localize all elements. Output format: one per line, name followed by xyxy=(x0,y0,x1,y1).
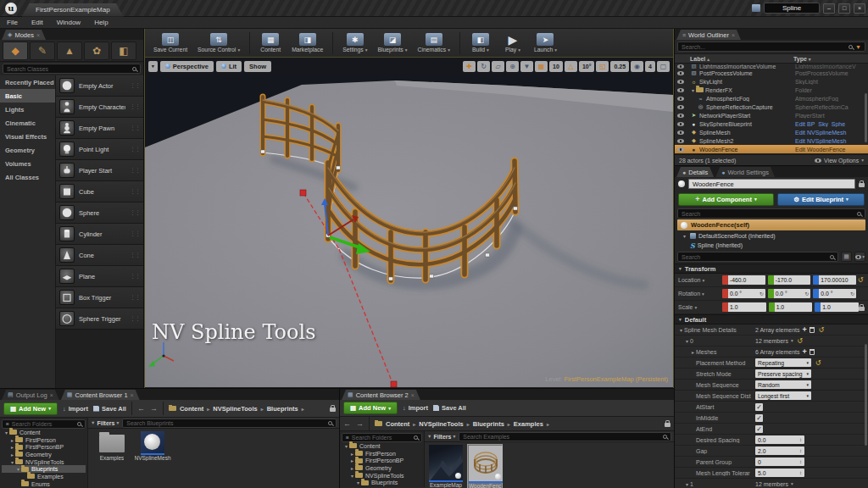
rotate-tool-icon[interactable]: ↻ xyxy=(477,61,490,72)
forward-arrow-icon[interactable]: → xyxy=(150,404,158,413)
mesh-sequence-dist-dropdown[interactable]: Longest first▾ xyxy=(755,391,811,400)
chevron-down-icon[interactable]: ▾ xyxy=(791,481,793,486)
expander-icon[interactable]: ▸ xyxy=(9,452,15,458)
camera-speed-icon[interactable]: ◉ xyxy=(631,61,643,72)
minimize-button[interactable]: – xyxy=(823,3,835,14)
outliner-row-splinemesh2[interactable]: ◆SplineMesh2Edit NVSplineMesh xyxy=(675,136,868,145)
component-spline-inherited-[interactable]: SSpline (Inherited) xyxy=(675,241,868,250)
transform-section-header[interactable]: ▾ Transform xyxy=(675,263,868,274)
visibility-toggle[interactable] xyxy=(675,88,687,92)
asset-woodenfence[interactable]: WoodenFence xyxy=(467,444,503,488)
folder-examples[interactable]: Examples xyxy=(2,473,86,480)
toolbar-button-launch[interactable]: ➤Launch▾ xyxy=(531,32,560,53)
axis-value[interactable]: -170.0 xyxy=(774,275,811,285)
toolbar-button-play[interactable]: ▶Play▾ xyxy=(498,32,527,53)
folder-nvsplinetools[interactable]: ▾NVSplineTools xyxy=(342,472,422,480)
category-geometry[interactable]: Geometry xyxy=(0,143,55,157)
visibility-toggle[interactable] xyxy=(675,139,687,143)
outliner-row-lightmassimportancevolume[interactable]: ▧LightmassImportanceVolumeLightmassImpor… xyxy=(675,64,868,69)
mode-tool-0-icon[interactable]: ◆ xyxy=(3,42,28,60)
placeable-cone[interactable]: Cone⋮⋮ xyxy=(56,245,143,266)
parent-group-field[interactable]: 0↕ xyxy=(755,458,804,466)
breadcrumb-blueprints[interactable]: Blueprints xyxy=(267,405,298,413)
mode-tool-2-icon[interactable]: ▲ xyxy=(57,42,82,60)
placeable-point-light[interactable]: Point Light⋮⋮ xyxy=(56,139,143,160)
close-button[interactable]: × xyxy=(854,3,865,14)
atstart-checkbox[interactable]: ✓ xyxy=(755,403,763,411)
cb2-search-assets-input[interactable]: Search Examples xyxy=(459,432,671,441)
reset-to-default-icon[interactable]: ↺ xyxy=(814,359,822,367)
close-tab-icon[interactable]: × xyxy=(50,392,53,398)
rotation-snap-value[interactable]: 10° xyxy=(579,61,595,72)
outliner-row-splinemesh[interactable]: ◆SplineMeshEdit NVSplineMesh xyxy=(675,128,868,136)
scale-tool-icon[interactable]: ▱ xyxy=(492,61,504,72)
expander-icon[interactable]: ▸ xyxy=(349,458,355,463)
filters-button[interactable]: ▼ Filters▾ xyxy=(427,434,455,440)
add-element-icon[interactable]: + xyxy=(803,325,807,334)
placement-method-dropdown[interactable]: Repeating▾ xyxy=(755,358,811,367)
breadcrumb-content[interactable]: Content xyxy=(386,420,409,428)
breadcrumb-content[interactable]: Content xyxy=(180,405,203,413)
axis-value[interactable]: 0.0 °↻ xyxy=(728,289,765,298)
breadcrumb-blueprints[interactable]: Blueprints xyxy=(473,420,504,428)
axis-value[interactable]: 0.0 °↻ xyxy=(819,289,856,298)
scale-x-field[interactable]: 1.0 xyxy=(722,302,766,312)
drag-grip-icon[interactable]: ⋮⋮ xyxy=(130,125,140,131)
component-search-input[interactable]: Search xyxy=(677,208,865,219)
grid-snap-icon[interactable]: ▦ xyxy=(535,61,548,72)
back-arrow-icon[interactable]: ← xyxy=(137,404,145,413)
axis-value[interactable]: 1.0 xyxy=(728,302,766,312)
outliner-row-woodenfence[interactable]: ●WoodenFenceEdit WoodenFence xyxy=(675,145,868,153)
folder-enums[interactable]: Enums xyxy=(2,480,86,488)
scale-lock-icon[interactable] xyxy=(859,307,865,311)
location-x-field[interactable]: -460.0 xyxy=(722,275,765,285)
expander-icon[interactable]: ▾ xyxy=(15,466,21,472)
forward-arrow-icon[interactable]: → xyxy=(356,419,364,428)
expander-icon[interactable]: ▸ xyxy=(690,349,696,355)
column-label[interactable]: Label ▴ xyxy=(675,56,793,62)
surface-snap-icon[interactable]: ▼ xyxy=(520,61,533,72)
outliner-search-input[interactable]: Search... ▼ xyxy=(677,42,865,52)
toolbar-button-content[interactable]: ▦Content xyxy=(256,32,285,53)
category-basic[interactable]: Basic xyxy=(0,89,55,103)
toolbar-button-blueprints[interactable]: ◪Blueprints▾ xyxy=(375,32,411,53)
mode-tool-1-icon[interactable]: ✎ xyxy=(30,42,55,60)
axis-value[interactable]: 0.0 °↻ xyxy=(774,289,811,298)
display-filter-icon[interactable]: ▾ xyxy=(854,252,865,262)
grid-snap-value[interactable]: 10 xyxy=(549,61,563,72)
tab-world-settings[interactable]: ●World Settings xyxy=(715,167,775,177)
toolbar-button-settings[interactable]: ✱Settings▾ xyxy=(339,32,370,53)
visibility-toggle[interactable] xyxy=(675,64,687,69)
category-recently-placed[interactable]: Recently Placed xyxy=(0,75,55,89)
expander-icon[interactable]: ▾ xyxy=(343,443,349,449)
toolbar-button-build[interactable]: ◧Build▾ xyxy=(466,32,495,53)
visibility-toggle[interactable] xyxy=(675,130,687,135)
expander-icon[interactable]: ▾ xyxy=(678,327,684,333)
spline-handle-point[interactable] xyxy=(391,381,397,387)
world-space-toggle-icon[interactable]: ⊕ xyxy=(506,61,519,72)
toolbar-button-marketplace[interactable]: ◨Marketplace xyxy=(288,32,326,53)
expander-icon[interactable]: ▸ xyxy=(9,444,15,450)
breadcrumb-nvsplinetools[interactable]: NVSplineTools xyxy=(213,405,257,413)
expander-icon[interactable]: ▾ xyxy=(355,480,361,485)
maximize-viewport-icon[interactable]: ▢ xyxy=(657,61,670,72)
drag-grip-icon[interactable]: ⋮⋮ xyxy=(130,230,140,237)
add-new-button[interactable]: ▤ Add New▾ xyxy=(343,402,398,414)
asset-examples[interactable]: Examples xyxy=(95,430,129,461)
rotation-x-field[interactable]: 0.0 °↻ xyxy=(722,289,765,298)
reset-to-default-icon[interactable]: ↺ xyxy=(856,276,865,284)
add-component-button[interactable]: + Add Component▾ xyxy=(678,193,774,206)
outliner-filter-icon[interactable]: ▼ xyxy=(855,44,861,50)
tab-output-log[interactable]: ▤Output Log× xyxy=(2,390,59,400)
property-search-input[interactable]: Search xyxy=(677,252,838,262)
visibility-toggle[interactable] xyxy=(675,97,687,101)
drag-grip-icon[interactable]: ⋮⋮ xyxy=(130,82,140,89)
details-scrollbar[interactable] xyxy=(865,344,867,446)
drag-grip-icon[interactable]: ⋮⋮ xyxy=(130,315,140,322)
drag-grip-icon[interactable]: ⋮⋮ xyxy=(130,103,140,110)
desired-spacing-field[interactable]: 0.0↕ xyxy=(755,435,804,444)
placeable-empty-pawn[interactable]: Empty Pawn⋮⋮ xyxy=(56,118,143,139)
import-button[interactable]: ↓ Import xyxy=(403,404,428,412)
close-tab-icon[interactable]: × xyxy=(131,392,134,398)
menu-help[interactable]: Help xyxy=(94,19,108,26)
